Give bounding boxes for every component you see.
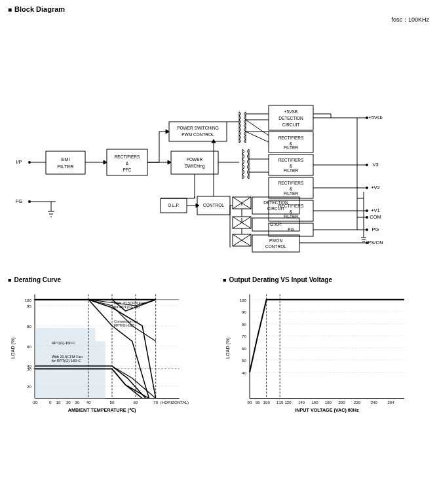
svg-point-87 <box>366 216 368 219</box>
svg-text:SWItChing: SWItChing <box>184 164 204 169</box>
svg-text:O.V.P.: O.V.P. <box>270 222 282 226</box>
svg-text:+5VSB: +5VSB <box>284 109 297 114</box>
svg-text:-20: -20 <box>32 400 38 405</box>
svg-marker-23 <box>166 130 169 134</box>
svg-point-84 <box>366 209 368 212</box>
fosc-label: fosc：100KHz <box>391 16 429 24</box>
svg-text:DETECTION: DETECTION <box>278 116 303 120</box>
svg-text:for RPT(G)-160: for RPT(G)-160 <box>114 305 140 309</box>
svg-marker-29 <box>168 160 171 164</box>
svg-text:INPUT VOLTAGE (VAC) 60Hz: INPUT VOLTAGE (VAC) 60Hz <box>295 408 359 413</box>
svg-text:38: 38 <box>27 367 31 371</box>
svg-text:20: 20 <box>66 400 71 405</box>
svg-text:FILTER: FILTER <box>284 145 298 150</box>
svg-point-76 <box>366 164 368 166</box>
svg-rect-11 <box>46 151 85 174</box>
svg-text:60: 60 <box>133 400 138 405</box>
svg-text:&: & <box>290 164 293 168</box>
svg-text:RECTIFIERS: RECTIFIERS <box>278 181 304 185</box>
svg-text:40: 40 <box>242 370 246 375</box>
svg-text:CONTROL: CONTROL <box>203 203 224 207</box>
svg-text:180: 180 <box>325 400 332 405</box>
svg-marker-15 <box>104 160 107 164</box>
svg-text:140: 140 <box>298 400 305 405</box>
svg-text:70: 70 <box>242 334 246 338</box>
svg-text:+5Vsb: +5Vsb <box>368 115 382 120</box>
svg-text:AMBIENT TEMPERATURE (℃): AMBIENT TEMPERATURE (℃) <box>68 408 136 413</box>
svg-text:100: 100 <box>240 298 247 302</box>
bottom-section: Derating Curve .axis { stroke: #000; str… <box>8 276 431 431</box>
svg-text:I/P: I/P <box>16 159 22 165</box>
svg-text:V3: V3 <box>372 162 378 168</box>
svg-text:80: 80 <box>27 324 31 329</box>
svg-text:FG: FG <box>16 198 23 204</box>
svg-text:CIRCUIT: CIRCUIT <box>267 206 284 211</box>
svg-text:30: 30 <box>75 400 79 405</box>
svg-text:240: 240 <box>371 400 378 405</box>
svg-text:160: 160 <box>311 400 318 405</box>
svg-text:Convection for: Convection for <box>114 319 138 323</box>
svg-text:95: 95 <box>27 304 31 308</box>
svg-text:PS/ON: PS/ON <box>269 238 283 243</box>
svg-text:(HORIZONTAL): (HORIZONTAL) <box>161 400 189 405</box>
svg-text:115: 115 <box>277 400 284 405</box>
svg-text:120: 120 <box>284 400 292 405</box>
output-derating-title: Output Derating VS Input Voltage <box>223 276 431 283</box>
svg-text:100: 100 <box>263 400 271 405</box>
block-diagram-title: Block Diagram <box>14 5 65 13</box>
svg-text:FILTER: FILTER <box>284 191 298 196</box>
svg-text:&: & <box>290 187 293 191</box>
svg-rect-30 <box>171 151 218 174</box>
svg-text:+V1: +V1 <box>371 207 380 213</box>
output-derating-section: Output Derating VS Input Voltage .axis2 … <box>223 276 431 431</box>
svg-point-91 <box>366 228 368 231</box>
svg-text:220: 220 <box>354 400 361 405</box>
svg-text:FILTER: FILTER <box>57 164 74 170</box>
derating-curve-chart: .axis { stroke: #000; stroke-width: 1; f… <box>8 286 216 430</box>
svg-text:CONTROL: CONTROL <box>265 244 286 249</box>
svg-point-80 <box>366 187 368 189</box>
svg-text:CIRCUIT: CIRCUIT <box>282 122 299 127</box>
svg-text:PWM CONTROL: PWM CONTROL <box>181 132 214 137</box>
svg-text:60: 60 <box>27 344 31 349</box>
svg-text:RECTIFIERS: RECTIFIERS <box>115 154 140 159</box>
svg-text:200: 200 <box>338 400 345 405</box>
svg-text:With 20.5CFM Fan: With 20.5CFM Fan <box>114 301 145 305</box>
svg-text:100: 100 <box>25 298 32 302</box>
derating-curve-section: Derating Curve .axis { stroke: #000; str… <box>8 276 216 431</box>
svg-text:90: 90 <box>242 310 246 314</box>
svg-text:RPT(G)-160-C: RPT(G)-160-C <box>52 341 76 345</box>
block-diagram-area: fosc：100KHz .blk { fill: none; stroke: #… <box>10 16 429 271</box>
svg-marker-138 <box>35 328 105 399</box>
svg-text:20: 20 <box>27 384 31 389</box>
svg-text:PG: PG <box>372 226 379 232</box>
svg-text:95: 95 <box>256 400 260 405</box>
svg-text:70: 70 <box>153 400 158 405</box>
block-diagram-section-title: Block Diagram <box>8 5 431 13</box>
svg-text:RECTIFIERS: RECTIFIERS <box>278 135 304 140</box>
svg-text:for RPT(G)-160-C: for RPT(G)-160-C <box>52 359 81 363</box>
block-diagram-svg: .blk { fill: none; stroke: #000; stroke-… <box>10 25 429 267</box>
svg-text:DETECTION: DETECTION <box>263 200 288 205</box>
svg-text:LOAD (%): LOAD (%) <box>225 337 231 359</box>
svg-text:With 20.5CFM Fan: With 20.5CFM Fan <box>52 355 83 359</box>
svg-text:O.L.P.: O.L.P. <box>168 203 180 207</box>
svg-text:FILTER: FILTER <box>284 168 298 173</box>
svg-text:EMI: EMI <box>61 156 69 162</box>
svg-text:PFC: PFC <box>123 168 132 172</box>
svg-text:PS/ON: PS/ON <box>368 240 383 245</box>
svg-text:&: & <box>126 161 129 166</box>
svg-text:COM: COM <box>370 214 381 220</box>
svg-text:POWER: POWER <box>187 157 203 162</box>
svg-text:264: 264 <box>387 400 394 405</box>
svg-text:40: 40 <box>86 400 91 405</box>
svg-text:50: 50 <box>110 400 115 405</box>
svg-text:80: 80 <box>242 322 246 327</box>
svg-text:+V2: +V2 <box>371 185 380 190</box>
page-container: Block Diagram fosc：100KHz .blk { fill: n… <box>0 0 439 504</box>
svg-text:50: 50 <box>242 358 246 363</box>
svg-text:90: 90 <box>248 400 252 405</box>
svg-text:RECTIFIERS: RECTIFIERS <box>278 158 304 162</box>
svg-text:POWER SWITCHING: POWER SWITCHING <box>177 126 219 130</box>
derating-curve-title: Derating Curve <box>8 276 216 283</box>
